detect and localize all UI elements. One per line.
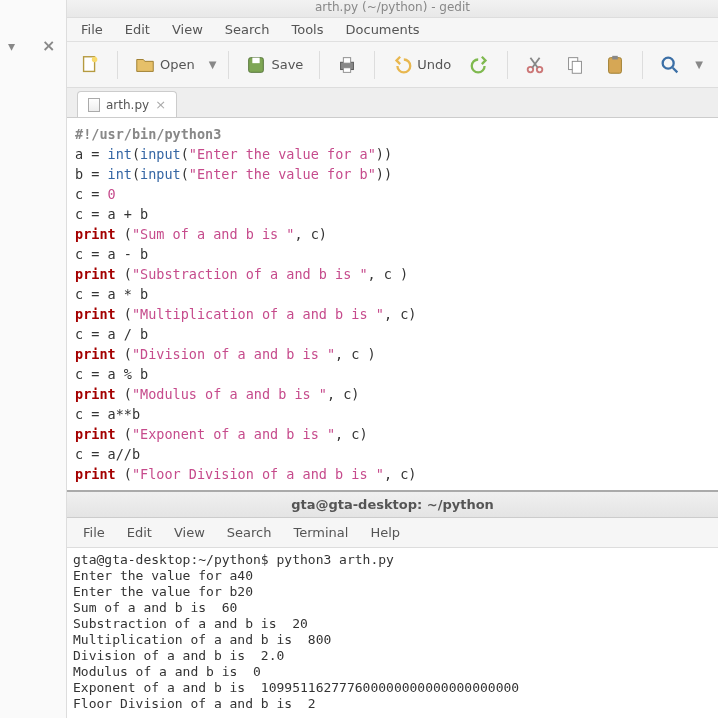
- search-button[interactable]: [653, 50, 687, 80]
- print-button[interactable]: [330, 50, 364, 80]
- cut-button[interactable]: [518, 50, 552, 80]
- code-editor[interactable]: #!/usr/bin/python3 a = int(input("Enter …: [67, 118, 718, 490]
- window-title: arth.py (~/python) - gedit: [67, 0, 718, 18]
- gedit-menubar: File Edit View Search Tools Documents: [67, 18, 718, 42]
- save-label: Save: [271, 57, 303, 72]
- svg-point-1: [92, 56, 98, 62]
- gedit-window: arth.py (~/python) - gedit File Edit Vie…: [67, 0, 718, 718]
- menu-tools[interactable]: Tools: [281, 19, 333, 40]
- undo-button[interactable]: Undo: [385, 50, 457, 80]
- term-menu-file[interactable]: File: [73, 522, 115, 543]
- menu-edit[interactable]: Edit: [115, 19, 160, 40]
- terminal-output[interactable]: gta@gta-desktop:~/python$ python3 arth.p…: [67, 548, 718, 716]
- terminal-window: gta@gta-desktop: ~/python File Edit View…: [67, 490, 718, 718]
- menu-documents[interactable]: Documents: [336, 19, 430, 40]
- open-label: Open: [160, 57, 195, 72]
- tab-bar: arth.py ×: [67, 88, 718, 118]
- document-icon: [88, 98, 100, 112]
- new-doc-button[interactable]: [73, 50, 107, 80]
- svg-rect-11: [609, 57, 622, 73]
- search-dropdown[interactable]: ▼: [693, 59, 705, 70]
- gedit-toolbar: Open ▼ Save Undo: [67, 42, 718, 88]
- term-menu-edit[interactable]: Edit: [117, 522, 162, 543]
- tab-label: arth.py: [106, 98, 149, 112]
- terminal-menubar: File Edit View Search Terminal Help: [67, 518, 718, 548]
- open-dropdown[interactable]: ▼: [207, 59, 219, 70]
- term-menu-terminal[interactable]: Terminal: [283, 522, 358, 543]
- copy-button[interactable]: [558, 50, 592, 80]
- svg-rect-3: [253, 57, 260, 63]
- open-button[interactable]: Open: [128, 50, 201, 80]
- term-menu-help[interactable]: Help: [360, 522, 410, 543]
- save-button[interactable]: Save: [239, 50, 309, 80]
- svg-point-13: [663, 57, 674, 68]
- undo-label: Undo: [417, 57, 451, 72]
- menu-view[interactable]: View: [162, 19, 213, 40]
- left-panel: ▾ ×: [0, 0, 67, 718]
- term-menu-view[interactable]: View: [164, 522, 215, 543]
- paste-button[interactable]: [598, 50, 632, 80]
- redo-button[interactable]: [463, 50, 497, 80]
- close-icon[interactable]: ×: [42, 36, 55, 55]
- term-menu-search[interactable]: Search: [217, 522, 282, 543]
- terminal-title: gta@gta-desktop: ~/python: [67, 492, 718, 518]
- svg-rect-5: [344, 57, 351, 63]
- svg-rect-10: [573, 61, 582, 73]
- menu-file[interactable]: File: [71, 19, 113, 40]
- tab-arth[interactable]: arth.py ×: [77, 91, 177, 117]
- chevron-down-icon[interactable]: ▾: [8, 38, 15, 54]
- svg-rect-12: [613, 55, 619, 59]
- tab-close-icon[interactable]: ×: [155, 97, 166, 112]
- svg-rect-6: [344, 67, 351, 72]
- menu-search[interactable]: Search: [215, 19, 280, 40]
